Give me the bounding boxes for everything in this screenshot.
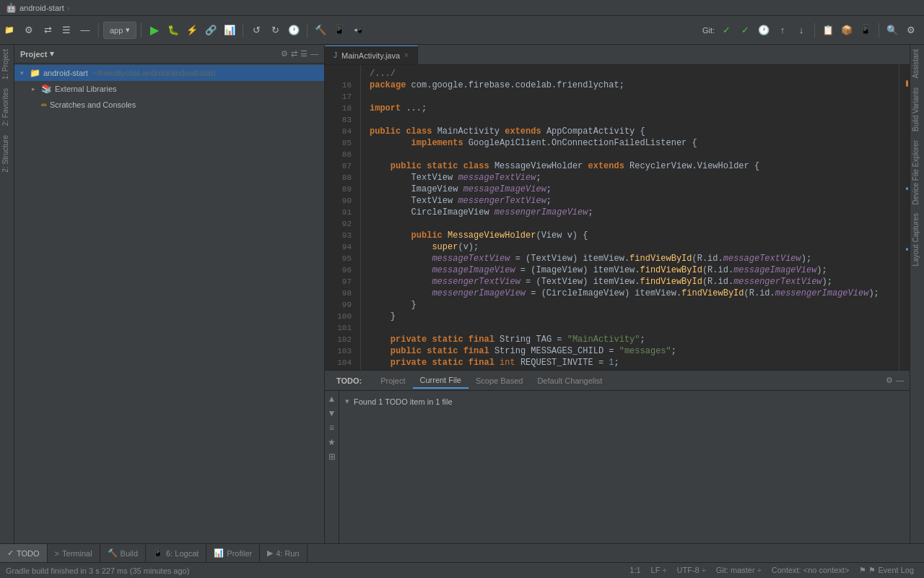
tree-item-root[interactable]: ▾ 📁 android-start ~/friendlychat-android… [14,65,324,81]
debug-button[interactable]: 🐛 [165,22,182,39]
sync-icon[interactable]: ⚙ [281,49,288,59]
tree-item-scratches[interactable]: ✏ Scratches and Consoles [14,97,324,113]
todo-close-icon[interactable]: — [896,376,904,385]
todo-up-icon[interactable]: ▲ [328,394,336,404]
build-button[interactable]: 🔨 [312,22,329,39]
git-pull-icon[interactable]: ↓ [793,22,810,39]
settings-icon[interactable]: ⚙ [20,22,38,39]
todo-tab-icons: ⚙ — [886,376,904,385]
bt-tab-logcat[interactable]: 📱 6: Logcat [146,544,206,563]
redo-button[interactable]: ↻ [266,22,284,39]
code-line-83 [370,114,890,126]
todo-star-icon[interactable]: ★ [328,437,336,447]
history-button[interactable]: 🕐 [285,22,302,39]
vtab-structure[interactable]: 2: Structure [0,131,14,177]
editor-tabs: J MainActivity.java × [325,45,910,65]
cursor-position[interactable]: 1:1 [625,566,645,575]
bt-tab-terminal[interactable]: > Terminal [48,544,100,563]
vtab-layout-captures[interactable]: Layout Captures [910,209,924,270]
layout-icon[interactable]: ⇄ [39,22,56,39]
tab-label: MainActivity.java [341,51,400,60]
panel-title-text: Project [20,50,47,59]
line-ending[interactable]: LF ÷ [647,566,671,575]
coverage-button[interactable]: ⚡ [183,22,201,39]
vtab-device-explorer[interactable]: Device File Explorer [910,136,924,209]
todo-tab-default-changelist[interactable]: Default Changelist [530,374,609,388]
code-line-102: private static final String TAG = "MainA… [370,334,890,345]
gear-panel-icon[interactable]: ⇄ [291,49,297,59]
code-line-98: messengerImageView = (CircleImageView) i… [370,288,890,299]
android-icon: 🤖 [6,3,17,13]
apk-button[interactable]: 📱 [331,22,348,39]
profiler-tab-icon: 📊 [214,548,224,558]
todo-tab-scope-based[interactable]: Scope Based [468,374,530,388]
terminal-tab-icon: > [55,549,59,558]
app-dropdown[interactable]: app ▾ [103,22,136,39]
file-encoding[interactable]: UTF-8 ÷ [673,566,710,575]
git-push-icon[interactable]: ↑ [774,22,791,39]
git-history-icon[interactable]: 🕐 [755,22,772,39]
vtab-build-variants[interactable]: Build Variants [910,83,924,136]
device-button[interactable]: 📲 [349,22,367,39]
tree-item-external-libs[interactable]: ▸ 📚 External Libraries [14,81,324,97]
separator2 [141,23,141,38]
line-num-101: 101 [325,322,354,334]
status-bar: Gradle build finished in 3 s 227 ms (35 … [0,562,924,578]
git-checkmark-icon[interactable]: ✓ [736,22,754,39]
file-tree: ▾ 📁 android-start ~/friendlychat-android… [14,64,324,543]
menu-icon[interactable]: ☰ [58,22,75,39]
vtab-project[interactable]: 1: Project [0,45,14,84]
git-branch[interactable]: Git: master ÷ [712,566,766,575]
context-label[interactable]: Context: <no context> [767,566,854,575]
profile-button[interactable]: 📊 [221,22,238,39]
root-folder-icon: 📁 [30,68,40,78]
run-button[interactable]: ▶ [146,22,163,39]
vtab-assistant[interactable]: Assistant [910,45,924,83]
code-line-91: CircleImageView messengerImageView; [370,207,890,218]
git-label: Git: [702,26,715,35]
bt-tab-profiler[interactable]: 📊 Profiler [206,544,260,563]
root-item-label: android-start [43,69,88,77]
git-check-icon[interactable]: ✓ [718,22,735,39]
search-everywhere-icon[interactable]: 🔍 [884,22,901,39]
code-line-84: public class MainActivity extends AppCom… [370,126,890,137]
settings-main-icon[interactable]: ⚙ [902,22,920,39]
minimize-icon[interactable]: — [77,22,94,39]
todo-tab-label: TODO [17,549,40,558]
avd-icon[interactable]: 📱 [857,22,874,39]
undo-button[interactable]: ↺ [248,22,265,39]
bt-tab-run[interactable]: ▶ 4: Run [260,544,307,563]
collapse-icon[interactable]: ☰ [300,49,308,59]
code-line-103: public static final String MESSAGES_CHIL… [370,345,890,357]
separator3 [243,23,243,38]
todo-settings-icon[interactable]: ⚙ [886,376,893,385]
bt-tab-build[interactable]: 🔨 Build [100,544,146,563]
editor-area: J MainActivity.java × 16 17 18 83 84 85 [325,45,910,543]
terminal-tab-label: Terminal [62,549,92,558]
vtab-favorites[interactable]: 2: Favorites [0,84,14,130]
hide-panel-icon[interactable]: — [310,49,318,59]
todo-result-item[interactable]: ▾ Found 1 TODO item in 1 file [345,394,904,409]
build-tab-icon: 🔨 [108,548,118,558]
line-num-17: 17 [325,91,354,103]
todo-layout-icon[interactable]: ⊞ [328,452,336,462]
right-gutter [899,65,910,370]
notification-icon[interactable]: ⚑ ⚑ Event Log [855,566,918,575]
code-line-96: messageImageView = (ImageView) itemView.… [370,264,890,276]
code-line-92 [370,218,890,230]
attach-button[interactable]: 🔗 [202,22,219,39]
todo-tab-current-file[interactable]: Current File [413,373,468,389]
bt-tab-todo[interactable]: ✓ TODO [0,544,48,563]
todo-tab-project[interactable]: Project [373,374,412,388]
tab-close-icon[interactable]: × [404,51,409,59]
code-editor: 16 17 18 83 84 85 86 87 88 89 90 91 92 9… [325,65,910,370]
tab-mainactivity[interactable]: J MainActivity.java × [325,46,418,64]
code-content[interactable]: /.../ package com.google.firebase.codela… [361,65,899,370]
todo-down-icon[interactable]: ▼ [328,408,336,418]
panel-header: Project ▾ ⚙ ⇄ ☰ — [14,45,324,64]
line-num-86: 86 [325,149,354,160]
todo-filter-icon[interactable]: ≡ [329,423,334,433]
panel-dropdown-icon[interactable]: ▾ [50,49,54,59]
sdk-mgr-icon[interactable]: 📦 [838,22,855,39]
device-mgr-icon[interactable]: 📋 [819,22,837,39]
